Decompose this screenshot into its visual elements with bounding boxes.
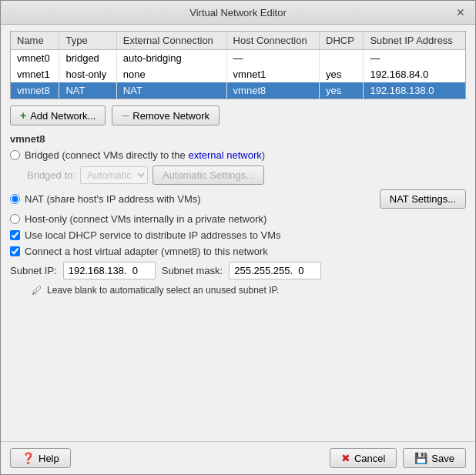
adapter-checkbox-row: Connect a host virtual adapter (vmnet8) … <box>10 246 466 257</box>
hostonly-label: Host-only (connect VMs internally in a p… <box>25 213 266 225</box>
add-network-button[interactable]: + Add Network... <box>10 105 106 125</box>
hostonly-radio[interactable] <box>10 214 20 224</box>
dialog-title: Virtual Network Editor <box>22 7 454 18</box>
right-buttons: ✖ Cancel 💾 Save <box>330 448 466 468</box>
cancel-button[interactable]: ✖ Cancel <box>330 448 397 468</box>
nat-radio-row: NAT (share host's IP address with VMs) N… <box>10 189 466 209</box>
info-icon: 🖊 <box>32 284 42 296</box>
table-row[interactable]: vmnet1host-onlynonevmnet1yes192.168.84.0 <box>11 66 465 82</box>
close-button[interactable]: ✕ <box>454 5 468 19</box>
subnet-mask-label: Subnet mask: <box>162 265 223 276</box>
network-table-container: Name Type External Connection Host Conne… <box>10 31 466 99</box>
dhcp-checkbox-row: Use local DHCP service to distribute IP … <box>10 229 466 241</box>
plus-icon: + <box>20 109 26 122</box>
subnet-row: Subnet IP: Subnet mask: <box>10 262 466 279</box>
subnet-ip-label: Subnet IP: <box>10 265 57 276</box>
subnet-hint-row: 🖊 Leave blank to automatically select an… <box>32 284 466 296</box>
bridged-radio[interactable] <box>10 150 20 160</box>
nat-radio-inner: NAT (share host's IP address with VMs) <box>10 193 380 205</box>
col-dhcp: DHCP <box>320 32 364 50</box>
table-row[interactable]: vmnet8NATNATvmnet8yes192.168.138.0 <box>11 82 465 99</box>
cancel-icon: ✖ <box>341 452 350 464</box>
bridged-label: Bridged (connect VMs directly to the ext… <box>25 149 265 161</box>
remove-network-button[interactable]: – Remove Network <box>112 105 220 125</box>
virtual-network-editor-dialog: Virtual Network Editor ✕ Name Type Exter… <box>0 0 476 475</box>
bottom-bar: ❓ Help ✖ Cancel 💾 Save <box>1 441 475 474</box>
save-icon: 💾 <box>414 452 427 464</box>
col-type: Type <box>59 32 116 50</box>
dialog-content: Name Type External Connection Host Conne… <box>1 25 475 441</box>
minus-icon: – <box>122 109 129 122</box>
adapter-label: Connect a host virtual adapter (vmnet8) … <box>25 246 268 257</box>
automatic-settings-button[interactable]: Automatic Settings... <box>153 166 264 185</box>
selected-network-label: vmnet8 <box>10 133 466 145</box>
col-host: Host Connection <box>226 32 319 50</box>
nat-label: NAT (share host's IP address with VMs) <box>25 193 201 205</box>
nat-radio[interactable] <box>10 194 20 204</box>
help-icon: ❓ <box>22 452 35 464</box>
col-name: Name <box>11 32 59 50</box>
hostonly-radio-row: Host-only (connect VMs internally in a p… <box>10 213 466 225</box>
subnet-ip-input[interactable] <box>63 262 156 279</box>
subnet-mask-input[interactable] <box>229 262 321 279</box>
nat-settings-button[interactable]: NAT Settings... <box>380 189 466 209</box>
network-buttons-row: + Add Network... – Remove Network <box>10 105 466 125</box>
col-subnet: Subnet IP Address <box>364 32 465 50</box>
table-row[interactable]: vmnet0bridgedauto-bridging—— <box>11 50 465 67</box>
bridged-sub-options: Bridged to: Automatic Automatic Settings… <box>27 166 466 185</box>
dhcp-label: Use local DHCP service to distribute IP … <box>25 229 281 241</box>
save-button[interactable]: 💾 Save <box>403 448 466 468</box>
help-button[interactable]: ❓ Help <box>10 448 71 468</box>
bridged-radio-row: Bridged (connect VMs directly to the ext… <box>10 149 466 161</box>
adapter-checkbox[interactable] <box>10 246 20 256</box>
title-bar: Virtual Network Editor ✕ <box>1 1 475 25</box>
network-type-radio-group: Bridged (connect VMs directly to the ext… <box>10 149 466 225</box>
subnet-hint-text: Leave blank to automatically select an u… <box>47 285 279 296</box>
col-external: External Connection <box>116 32 226 50</box>
network-table: Name Type External Connection Host Conne… <box>11 32 465 99</box>
bridged-to-select[interactable]: Automatic <box>80 166 148 184</box>
dhcp-checkbox[interactable] <box>10 230 20 240</box>
bridged-to-label: Bridged to: <box>27 169 75 181</box>
